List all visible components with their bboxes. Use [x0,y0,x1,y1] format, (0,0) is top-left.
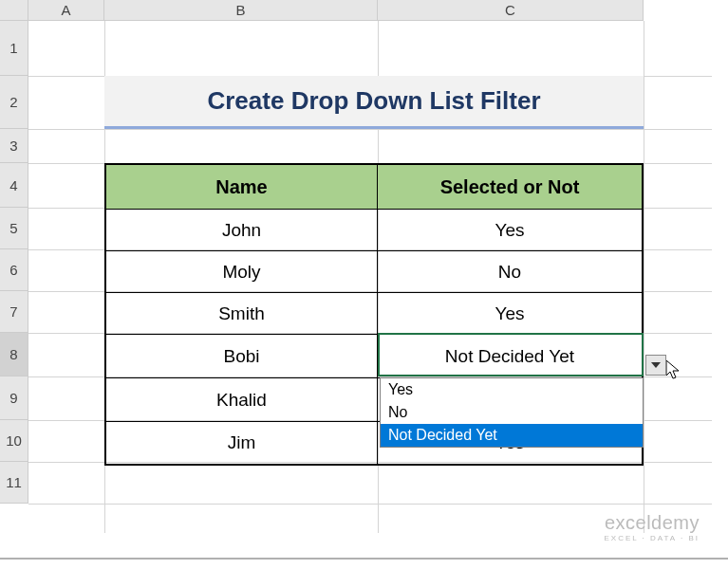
svg-marker-1 [666,360,679,378]
cell-selected-active[interactable]: Not Decided Yet [378,335,642,377]
table-row: Bobi Not Decided Yet [106,335,642,378]
page-title: Create Drop Down List Filter [207,86,540,116]
select-all-corner[interactable] [0,0,28,21]
table-row: Smith Yes [106,293,642,335]
row-headers: 1 2 3 4 5 6 7 8 9 10 11 [0,21,28,504]
cell-name[interactable]: Khalid [106,378,378,421]
cell-name[interactable]: Jim [106,422,378,464]
title-cell[interactable]: Create Drop Down List Filter [104,76,644,129]
row-header-3[interactable]: 3 [0,129,28,163]
table-row: John Yes [106,210,642,251]
col-header-c[interactable]: C [378,0,644,21]
cell-name[interactable]: Bobi [106,335,378,377]
cell-name[interactable]: John [106,210,378,250]
row-header-6[interactable]: 6 [0,249,28,291]
row-header-11[interactable]: 11 [0,462,28,504]
row-header-7[interactable]: 7 [0,291,28,333]
row-header-5[interactable]: 5 [0,208,28,249]
cell-name[interactable]: Moly [106,251,378,292]
column-headers: A B C [0,0,644,21]
col-header-a[interactable]: A [28,0,104,21]
row-header-9[interactable]: 9 [0,376,28,420]
table-row: Moly No [106,251,642,293]
cell-name[interactable]: Smith [106,293,378,334]
svg-marker-0 [651,362,661,368]
mouse-cursor-icon [666,360,685,379]
row-header-8[interactable]: 8 [0,333,28,376]
header-selected[interactable]: Selected or Not [378,165,642,209]
cell-selected[interactable]: No [378,251,642,292]
watermark: exceldemy EXCEL · DATA · BI [604,512,700,542]
spreadsheet-area: A B C 1 2 3 4 5 6 7 8 9 10 11 Create Dro… [0,0,728,569]
dropdown-list[interactable]: Yes No Not Decided Yet [380,377,644,448]
cell-selected[interactable]: Yes [378,210,642,250]
row-header-1[interactable]: 1 [0,21,28,76]
dropdown-option[interactable]: No [381,401,643,424]
bottom-divider [0,558,728,560]
row-header-2[interactable]: 2 [0,76,28,129]
dropdown-arrow-button[interactable] [645,355,666,376]
row-header-10[interactable]: 10 [0,420,28,462]
dropdown-option-highlighted[interactable]: Not Decided Yet [381,424,643,447]
watermark-tagline: EXCEL · DATA · BI [604,534,700,542]
watermark-brand: exceldemy [604,512,700,534]
row-header-4[interactable]: 4 [0,163,28,208]
chevron-down-icon [651,362,661,368]
table-header-row: Name Selected or Not [106,165,642,210]
col-header-b[interactable]: B [104,0,378,21]
cell-selected[interactable]: Yes [378,293,642,334]
header-name[interactable]: Name [106,165,378,209]
dropdown-option[interactable]: Yes [381,378,643,401]
